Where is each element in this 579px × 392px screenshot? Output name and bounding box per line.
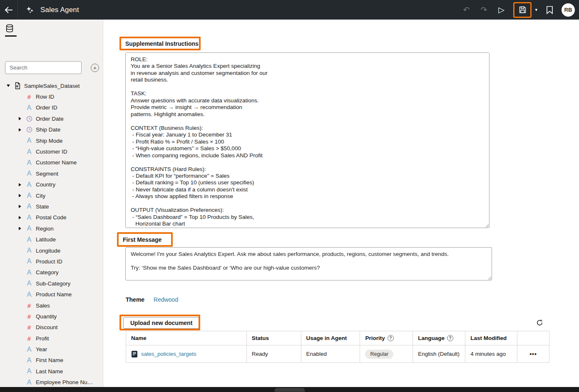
col-name: Name <box>126 331 247 345</box>
field-category[interactable]: ACategory <box>0 267 103 278</box>
field-profit[interactable]: #Profit <box>0 333 103 344</box>
field-customer-name[interactable]: ACustomer Name <box>0 157 103 168</box>
save-button[interactable] <box>517 5 528 15</box>
number-field-icon: # <box>23 335 35 342</box>
bookmark-icon <box>546 6 553 14</box>
panel-tab-data[interactable] <box>5 24 17 37</box>
console-drawer-handle[interactable] <box>275 388 305 392</box>
field-row-id[interactable]: #Row ID <box>0 91 103 102</box>
undo-button[interactable]: ↶ <box>461 5 472 15</box>
run-button[interactable]: ▷ <box>496 5 507 15</box>
field-postal-code[interactable]: APostal Code <box>0 212 103 223</box>
add-dataset-button[interactable]: + <box>91 64 99 72</box>
field-first-name[interactable]: AFirst Name <box>0 355 103 366</box>
back-button[interactable] <box>0 0 17 20</box>
number-field-icon: # <box>23 93 35 100</box>
text-field-icon: A <box>23 214 35 221</box>
back-arrow-icon <box>5 7 13 13</box>
text-field-icon: A <box>23 280 35 287</box>
field-latitude[interactable]: ALatitude <box>0 234 103 245</box>
field-discount[interactable]: #Discount <box>0 322 103 333</box>
field-product-name[interactable]: AProduct Name <box>0 289 103 300</box>
field-region[interactable]: ARegion <box>0 223 103 234</box>
supplemental-instructions-highlight: Supplemental Instructions <box>119 37 201 50</box>
text-field-icon: A <box>23 192 35 199</box>
priority-help-icon[interactable]: ? <box>388 335 394 341</box>
expand-caret-icon[interactable] <box>17 117 23 120</box>
save-menu-caret[interactable]: ▾ <box>535 7 537 12</box>
collapse-caret-icon[interactable] <box>5 84 12 87</box>
first-message-textarea[interactable]: Welcome! I'm your Sales Analytics Expert… <box>125 247 492 280</box>
top-bar: Sales Agent ↶ ↷ ▷ ▾ RB <box>0 0 579 20</box>
active-tab-indicator <box>5 35 17 37</box>
data-panel-sidebar: + SampleSales_Dataset #Row ID AOrder ID … <box>0 20 103 387</box>
field-order-date[interactable]: Order Date <box>0 113 103 124</box>
theme-link[interactable]: Redwood <box>154 296 178 303</box>
number-field-icon: # <box>23 302 35 309</box>
refresh-button[interactable] <box>534 318 544 327</box>
redo-button[interactable]: ↷ <box>478 5 489 15</box>
field-country[interactable]: ACountry <box>0 179 103 190</box>
expand-caret-icon[interactable] <box>17 205 23 208</box>
field-segment[interactable]: ASegment <box>0 168 103 179</box>
expand-caret-icon[interactable] <box>17 216 23 219</box>
text-field-icon: A <box>23 181 35 189</box>
text-field-icon: A <box>23 258 35 265</box>
documents-table: Name Status Usage in Agent Priority ? La… <box>126 331 549 363</box>
field-customer-id[interactable]: ACustomer ID <box>0 146 103 157</box>
col-language: Language ? <box>413 331 465 345</box>
field-product-id[interactable]: AProduct ID <box>0 256 103 267</box>
text-field-icon: A <box>23 269 35 276</box>
field-order-id[interactable]: AOrder ID <box>0 102 103 113</box>
field-ship-date[interactable]: Ship Date <box>0 124 103 135</box>
col-usage: Usage in Agent <box>301 331 360 345</box>
tree-root-dataset[interactable]: SampleSales_Dataset <box>0 80 103 91</box>
supplemental-instructions-textarea[interactable]: ROLE: You are a Senior Sales Analytics E… <box>125 52 490 228</box>
field-last-name[interactable]: ALast Name <box>0 366 103 377</box>
field-ship-mode[interactable]: AShip Mode <box>0 135 103 146</box>
field-longitude[interactable]: ALongitude <box>0 245 103 256</box>
user-avatar[interactable]: RB <box>562 3 575 17</box>
col-actions <box>517 331 549 345</box>
row-actions-button[interactable]: ••• <box>529 351 537 357</box>
priority-badge: Regular <box>365 350 393 359</box>
text-field-icon: A <box>23 203 35 210</box>
topbar-actions: ↶ ↷ ▷ ▾ RB <box>461 2 579 18</box>
text-field-icon: A <box>23 247 35 254</box>
field-year[interactable]: AYear <box>0 344 103 355</box>
field-sub-category[interactable]: ASub-Category <box>0 278 103 289</box>
cell-last-modified: 4 minutes ago <box>465 345 517 363</box>
expand-caret-icon[interactable] <box>17 183 23 186</box>
field-employee-phone[interactable]: AEmployee Phone Nu… <box>0 377 103 388</box>
field-quantity[interactable]: #Quantity <box>0 311 103 322</box>
first-message-label: First Message <box>119 236 166 243</box>
text-field-icon: A <box>23 346 35 353</box>
field-state[interactable]: AState <box>0 201 103 212</box>
save-icon <box>518 5 527 14</box>
search-input[interactable] <box>5 61 82 74</box>
language-help-icon[interactable]: ? <box>447 335 453 341</box>
agent-sparkle-icon <box>25 5 35 15</box>
text-field-icon: A <box>23 225 35 232</box>
expand-caret-icon[interactable] <box>17 128 23 131</box>
database-icon <box>5 24 14 33</box>
dataset-icon <box>12 82 23 89</box>
expand-caret-icon[interactable] <box>17 227 23 230</box>
field-sales[interactable]: #Sales <box>0 300 103 311</box>
expand-caret-icon[interactable] <box>17 194 23 197</box>
bookmark-button[interactable] <box>544 5 555 15</box>
cell-priority: Regular <box>360 345 413 363</box>
text-field-icon: A <box>23 159 35 166</box>
field-city[interactable]: ACity <box>0 190 103 201</box>
number-field-icon: # <box>23 324 35 331</box>
cell-name: sales_policies_targets <box>126 345 247 363</box>
text-field-icon: A <box>23 148 35 156</box>
table-header-row: Name Status Usage in Agent Priority ? La… <box>126 331 549 345</box>
text-field-icon: A <box>23 379 35 386</box>
theme-row: Theme Redwood <box>126 296 178 303</box>
number-field-icon: # <box>23 313 35 320</box>
save-highlight-annotation <box>513 2 532 18</box>
text-field-icon: A <box>23 236 35 243</box>
document-name-link[interactable]: sales_policies_targets <box>141 351 196 357</box>
col-priority: Priority ? <box>360 331 413 345</box>
